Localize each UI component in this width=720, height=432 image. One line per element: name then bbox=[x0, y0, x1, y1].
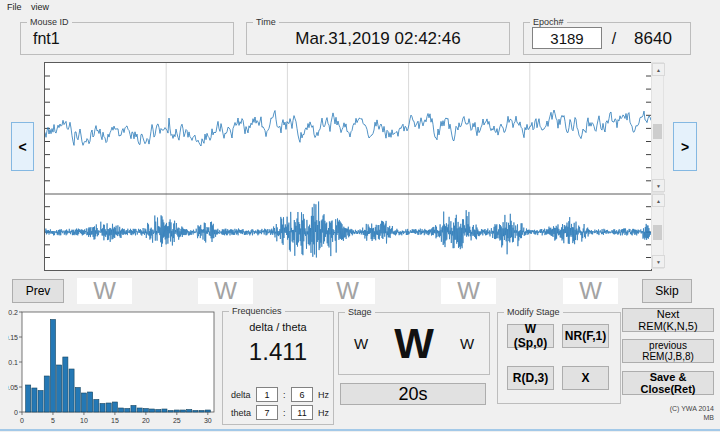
svg-text:0.2: 0.2 bbox=[8, 309, 18, 316]
credit-line1: (C) YWA 2014 bbox=[620, 404, 714, 413]
eeg-scrollbar-thumb[interactable] bbox=[653, 124, 662, 139]
eeg-scrollbar[interactable]: ▲ ▼ bbox=[651, 62, 664, 193]
theta-to-input[interactable]: 11 bbox=[291, 405, 313, 420]
theta-colon: : bbox=[283, 408, 286, 418]
svg-text:0: 0 bbox=[14, 409, 18, 416]
scroll-down-icon[interactable]: ▼ bbox=[652, 179, 665, 192]
delta-colon: : bbox=[283, 390, 286, 400]
emg-scrollbar-thumb[interactable] bbox=[653, 225, 662, 240]
credit-text: (C) YWA 2014 MB bbox=[620, 404, 714, 422]
emg-scrollbar[interactable]: ▲ ▼ bbox=[651, 193, 664, 269]
svg-text:0: 0 bbox=[20, 417, 24, 424]
scroll-up-icon[interactable]: ▲ bbox=[652, 194, 665, 207]
scroll-down-icon[interactable]: ▼ bbox=[652, 255, 665, 268]
menu-bar: File view bbox=[0, 0, 720, 14]
epoch-total: 8640 bbox=[622, 23, 684, 54]
epoch-duration-button[interactable]: 20s bbox=[340, 383, 486, 405]
svg-text:25: 25 bbox=[173, 417, 181, 424]
prev-page-arrow-button[interactable]: < bbox=[11, 122, 34, 171]
theta-from-input[interactable]: 7 bbox=[256, 405, 278, 420]
epoch-groupbox: Epoch# 3189 / 8640 bbox=[523, 22, 691, 55]
next-rem-button[interactable]: Next REM(K,N,5) bbox=[622, 308, 714, 332]
mouse-id-value: fnt1 bbox=[33, 23, 60, 54]
scroll-up-icon[interactable]: ▲ bbox=[652, 63, 665, 76]
epoch-stage-label-1: W bbox=[77, 278, 132, 304]
svg-text:10: 10 bbox=[80, 417, 88, 424]
menu-item-view[interactable]: view bbox=[28, 1, 52, 13]
save-close-button[interactable]: Save & Close(Ret) bbox=[622, 371, 714, 395]
window-bottom-accent bbox=[0, 429, 720, 431]
svg-text:5: 5 bbox=[51, 417, 55, 424]
epoch-stage-label-3: W bbox=[320, 278, 375, 304]
epoch-separator: / bbox=[608, 23, 620, 54]
modify-nrem-button[interactable]: NR(F,1) bbox=[562, 324, 609, 348]
modify-stage-groupbox: Modify Stage W (Sp,0) NR(F,1) R(D,3) X bbox=[497, 312, 621, 404]
epoch-number-input[interactable]: 3189 bbox=[532, 27, 602, 49]
epoch-stage-label-2: W bbox=[198, 278, 253, 304]
menu-item-file[interactable]: File bbox=[4, 1, 25, 13]
stage-groupbox: Stage W W W bbox=[338, 312, 490, 375]
next-page-arrow-button[interactable]: > bbox=[673, 122, 697, 171]
svg-text:0.1: 0.1 bbox=[8, 359, 18, 366]
eeg-emg-traces bbox=[45, 63, 651, 270]
delta-row-label: delta bbox=[231, 390, 251, 400]
theta-unit: Hz bbox=[318, 408, 329, 418]
ratio-value: 1.411 bbox=[223, 338, 333, 366]
theta-row-label: theta bbox=[231, 408, 251, 418]
svg-text:20: 20 bbox=[142, 417, 150, 424]
delta-from-input[interactable]: 1 bbox=[256, 387, 278, 402]
sleep-scoring-app-window: { "window": { "bg": "#f0f0f0", "bottom_l… bbox=[0, 0, 720, 432]
modify-rem-button[interactable]: R(D,3) bbox=[507, 366, 554, 390]
previous-rem-button[interactable]: previous REM(J,B,8) bbox=[622, 339, 714, 363]
signal-plot-frame bbox=[44, 62, 652, 271]
delta-unit: Hz bbox=[318, 390, 329, 400]
time-value: Mar.31,2019 02:42:46 bbox=[247, 23, 509, 54]
epoch-stage-label-4: W bbox=[441, 278, 496, 304]
credit-line2: MB bbox=[620, 413, 714, 422]
svg-text:30: 30 bbox=[204, 417, 212, 424]
prev-button[interactable]: Prev bbox=[12, 279, 64, 303]
delta-to-input[interactable]: 6 bbox=[291, 387, 313, 402]
modify-wake-button[interactable]: W (Sp,0) bbox=[507, 324, 554, 348]
stage-current-value: W bbox=[373, 313, 455, 374]
modify-stage-label: Modify Stage bbox=[504, 306, 563, 318]
delta-theta-histogram: 05101520253000.050.10.150.2 bbox=[8, 307, 218, 431]
stage-next-value: W bbox=[455, 313, 479, 374]
modify-x-button[interactable]: X bbox=[562, 366, 609, 390]
mouse-id-groupbox: Mouse ID fnt1 bbox=[20, 22, 234, 55]
ratio-label: delta / theta bbox=[223, 321, 333, 333]
frequencies-groupbox: Frequencies delta / theta 1.411 delta 1 … bbox=[222, 311, 334, 425]
svg-text:15: 15 bbox=[111, 417, 119, 424]
svg-text:0.05: 0.05 bbox=[8, 384, 18, 391]
frequencies-label: Frequencies bbox=[229, 305, 285, 317]
time-groupbox: Time Mar.31,2019 02:42:46 bbox=[246, 22, 510, 55]
epoch-stage-label-5: W bbox=[563, 278, 618, 304]
stage-prev-value: W bbox=[349, 313, 373, 374]
skip-button[interactable]: Skip bbox=[642, 279, 692, 303]
svg-text:0.15: 0.15 bbox=[8, 334, 18, 341]
